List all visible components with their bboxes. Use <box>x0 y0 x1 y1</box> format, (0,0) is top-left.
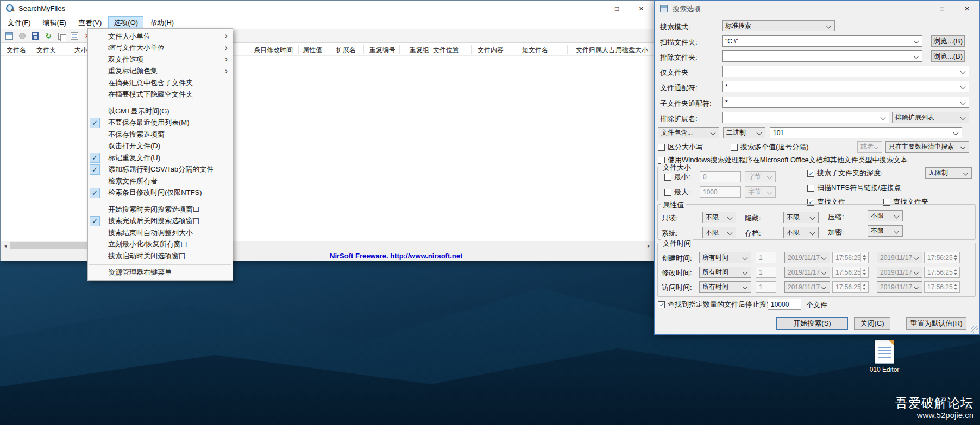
attr-archive-select[interactable]: 不限 <box>783 227 819 238</box>
menu-item[interactable]: 不保存搜索选项窗 <box>88 129 233 141</box>
column-header[interactable]: 属性值 <box>303 46 322 55</box>
menu-item[interactable]: 文件大小单位› <box>88 30 233 42</box>
scroll-right-icon[interactable]: ▸ <box>644 241 654 250</box>
exclude-ext-input[interactable] <box>722 112 889 123</box>
column-header[interactable]: 文件名 <box>7 46 26 55</box>
modified-time-to[interactable]: 17:56:25 <box>924 267 960 278</box>
stop-count-input[interactable]: 10000 <box>768 299 801 310</box>
menu-item[interactable]: 在摘要汇总中包含子文件夹 <box>88 77 233 89</box>
menu-edit[interactable]: 编辑(E) <box>37 16 72 29</box>
created-date-to[interactable]: 2019/11/17 <box>877 252 922 263</box>
accessed-date-from[interactable]: 2019/11/17 <box>784 281 830 293</box>
refresh-icon[interactable]: ↻ <box>43 30 54 41</box>
accessed-time-num-input[interactable]: 1 <box>756 281 776 293</box>
exclude-folder-input[interactable] <box>722 50 922 62</box>
modified-date-from[interactable]: 2019/11/17 <box>784 267 830 278</box>
max-size-input[interactable]: 1000 <box>700 186 741 198</box>
spinner-icon[interactable] <box>952 253 959 262</box>
menu-item[interactable]: 搜索启动时关闭选项窗口 <box>88 250 233 262</box>
search-window-icon[interactable] <box>4 30 15 41</box>
created-time-to[interactable]: 17:56:25 <box>924 252 960 263</box>
minimize-button[interactable]: ─ <box>580 1 605 16</box>
created-date-from[interactable]: 2019/11/17 <box>784 252 830 263</box>
start-search-button[interactable]: 开始搜索(S) <box>776 317 848 330</box>
properties-icon[interactable] <box>69 30 80 41</box>
save-icon[interactable] <box>30 30 41 41</box>
accessed-time-from[interactable]: 17:56:25 <box>832 281 869 293</box>
menu-view[interactable]: 查看(V) <box>73 16 107 29</box>
column-header[interactable]: 文件夹 <box>36 46 56 55</box>
attr-compressed-select[interactable]: 不限 <box>868 210 903 221</box>
accessed-time-to[interactable]: 17:56:25 <box>924 281 960 293</box>
dialog-minimize-button[interactable]: ─ <box>904 1 929 17</box>
menu-file[interactable]: 文件(F) <box>2 16 36 29</box>
modified-time-num-input[interactable]: 1 <box>756 267 776 278</box>
modified-date-to[interactable]: 2019/11/17 <box>877 267 922 278</box>
subfolder-depth-checkbox[interactable]: ✓搜索子文件夹的深度: <box>807 168 883 178</box>
exclude-folder-browse-button[interactable]: 浏览...(B) <box>931 50 965 62</box>
column-header[interactable]: 文件归属人 <box>576 46 608 55</box>
column-header[interactable]: 重复编号 <box>369 46 395 55</box>
column-header[interactable]: 扩展名 <box>336 46 356 55</box>
scroll-left-icon[interactable]: ◂ <box>1 241 10 250</box>
search-mode-select[interactable]: 标准搜索 <box>722 20 835 31</box>
main-titlebar[interactable]: SearchMyFiles ─ □ ✕ <box>1 1 654 16</box>
menu-help[interactable]: 帮助(H) <box>145 16 179 29</box>
only-folder-input[interactable] <box>722 66 969 77</box>
maximize-button[interactable]: □ <box>605 1 629 16</box>
contains-type-select[interactable]: 二进制 <box>723 127 765 138</box>
dialog-close-button[interactable]: ✕ <box>954 1 979 17</box>
contains-mode-select[interactable]: 文件包含... <box>658 127 719 138</box>
close-dialog-button[interactable]: 关闭(C) <box>854 317 890 330</box>
multi-values-checkbox[interactable]: 搜索多个值(逗号分隔) <box>731 142 809 152</box>
spinner-icon[interactable] <box>860 253 868 262</box>
copy-icon[interactable] <box>56 30 67 41</box>
subfolder-depth-select[interactable]: 无限制 <box>925 167 972 179</box>
stop-after-checkbox[interactable]: ✓查找到指定数量的文件后停止搜索. <box>658 300 776 309</box>
resize-grip[interactable] <box>971 326 978 333</box>
attr-hidden-select[interactable]: 不限 <box>783 212 819 223</box>
stop-search-icon[interactable] <box>17 30 28 41</box>
attr-system-select[interactable]: 不限 <box>702 227 736 238</box>
accessed-time-mode-select[interactable]: 所有时间 <box>699 281 751 293</box>
menu-item[interactable]: 开始搜索时关闭搜索选项窗口 <box>88 204 233 215</box>
menu-item[interactable]: 检索文件所有者 <box>88 175 233 187</box>
scan-folder-browse-button[interactable]: 浏览...(B) <box>931 35 965 47</box>
menu-item[interactable]: 以GMT显示时间(G) <box>88 105 233 117</box>
menu-item[interactable]: 双击打开文件(D) <box>88 141 233 153</box>
desktop-icon-010-editor[interactable]: 010 Editor <box>865 340 904 373</box>
subfolder-wildcard-input[interactable]: * <box>722 97 969 108</box>
created-time-num-input[interactable]: 1 <box>756 252 776 263</box>
menu-item[interactable]: 立刻最小化/恢复所有窗口 <box>88 239 233 251</box>
menu-item[interactable]: 搜索结束时自动调整列大小 <box>88 227 233 239</box>
attr-encrypted-select[interactable]: 不限 <box>868 225 903 237</box>
accessed-date-to[interactable]: 2019/11/17 <box>877 281 922 293</box>
menu-item[interactable]: ✓不要保存最近使用列表(M) <box>88 117 233 129</box>
menu-item[interactable]: ✓标记重复文件(U) <box>88 152 233 164</box>
menu-item[interactable]: 重复标记颜色集› <box>88 66 233 78</box>
column-header[interactable]: 条目修改时间 <box>254 46 293 55</box>
reset-defaults-button[interactable]: 重置为默认值(R) <box>906 317 966 330</box>
menu-item[interactable]: 双文件选项› <box>88 54 233 66</box>
min-size-checkbox[interactable]: 最小: <box>664 172 690 182</box>
created-time-mode-select[interactable]: 所有时间 <box>699 252 751 263</box>
wildcard-input[interactable]: * <box>722 81 969 92</box>
menu-options[interactable]: 选项(O) <box>108 16 143 29</box>
spinner-icon[interactable] <box>952 268 959 277</box>
modified-time-from[interactable]: 17:56:25 <box>832 267 869 278</box>
close-button[interactable]: ✕ <box>629 1 654 16</box>
column-header[interactable]: 文件内容 <box>478 46 504 55</box>
windows-search-checkbox[interactable]: 使用Windows搜索处理程序在Microsoft Office文档和其他文件类… <box>658 155 908 165</box>
column-header[interactable]: 大小 <box>74 46 87 55</box>
menu-item[interactable]: 资源管理器右键菜单 <box>88 267 233 279</box>
menu-item[interactable]: ✓添加标题行到CSV/Tab分隔的文件 <box>88 164 233 176</box>
contains-value-input[interactable]: 101 <box>770 127 962 138</box>
scan-folder-input[interactable]: "C:\" <box>722 35 922 47</box>
column-header[interactable]: 文件位置 <box>433 46 459 55</box>
min-size-input[interactable]: 0 <box>700 171 741 182</box>
menu-item[interactable]: 缩写文件大小单位› <box>88 42 233 54</box>
column-header[interactable]: 短文件名 <box>522 46 548 55</box>
case-sensitive-checkbox[interactable]: 区分大小写 <box>658 142 703 152</box>
stream-select[interactable]: 只在主要数据流中搜索 <box>885 141 969 153</box>
spinner-icon[interactable] <box>860 268 868 277</box>
